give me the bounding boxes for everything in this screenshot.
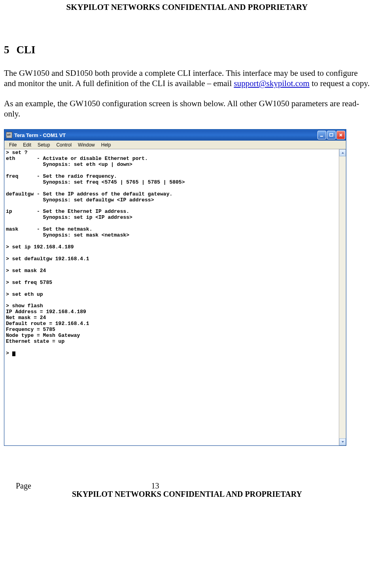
- support-email-link[interactable]: support@skypilot.com: [234, 79, 309, 88]
- svg-rect-1: [330, 133, 333, 136]
- chevron-down-icon: [341, 440, 344, 443]
- terminal-body: > set ? eth - Activate or disable Ethern…: [4, 149, 346, 445]
- chevron-up-icon: [341, 151, 344, 154]
- window-title: Tera Term - COM1 VT: [14, 132, 317, 138]
- terminal-content[interactable]: > set ? eth - Activate or disable Ethern…: [4, 149, 339, 445]
- minimize-button[interactable]: [317, 131, 326, 139]
- terminal-window: Tera Term - COM1 VT File Edit Setup Cont…: [4, 129, 346, 446]
- cursor-icon: [12, 351, 15, 356]
- svg-rect-0: [320, 136, 323, 137]
- scroll-up-button[interactable]: [339, 149, 346, 156]
- titlebar[interactable]: Tera Term - COM1 VT: [4, 130, 346, 141]
- section-heading: 5CLI: [4, 28, 370, 68]
- menu-control[interactable]: Control: [53, 141, 75, 148]
- section-title: CLI: [17, 44, 36, 56]
- scroll-track[interactable]: [339, 156, 346, 438]
- section-number: 5: [4, 44, 9, 56]
- terminal-text: > set ? eth - Activate or disable Ethern…: [6, 150, 185, 356]
- header-confidential: SKYPILOT NETWORKS CONFIDENTIAL AND PROPR…: [4, 0, 370, 28]
- paragraph-1-text-b: to request a copy.: [310, 79, 370, 88]
- footer: Page 13: [4, 481, 370, 490]
- maximize-icon: [329, 133, 333, 137]
- scroll-down-button[interactable]: [339, 438, 346, 445]
- minimize-icon: [320, 133, 324, 137]
- menubar: File Edit Setup Control Window Help: [4, 141, 346, 149]
- footer-confidential: SKYPILOT NETWORKS CONFIDENTIAL AND PROPR…: [4, 490, 370, 500]
- window-controls: [317, 131, 345, 139]
- paragraph-1: The GW1050 and SD1050 both provide a com…: [4, 68, 370, 89]
- menu-window[interactable]: Window: [75, 141, 98, 148]
- app-icon: [6, 132, 12, 138]
- scrollbar[interactable]: [339, 149, 346, 445]
- menu-setup[interactable]: Setup: [34, 141, 53, 148]
- page-number: 13: [151, 481, 159, 490]
- close-button[interactable]: [336, 131, 345, 139]
- maximize-button[interactable]: [327, 131, 336, 139]
- close-icon: [339, 133, 343, 137]
- menu-file[interactable]: File: [6, 141, 20, 148]
- page-label: Page: [16, 481, 31, 490]
- menu-help[interactable]: Help: [98, 141, 114, 148]
- paragraph-2: As an example, the GW1050 configuration …: [4, 98, 370, 119]
- menu-edit[interactable]: Edit: [20, 141, 34, 148]
